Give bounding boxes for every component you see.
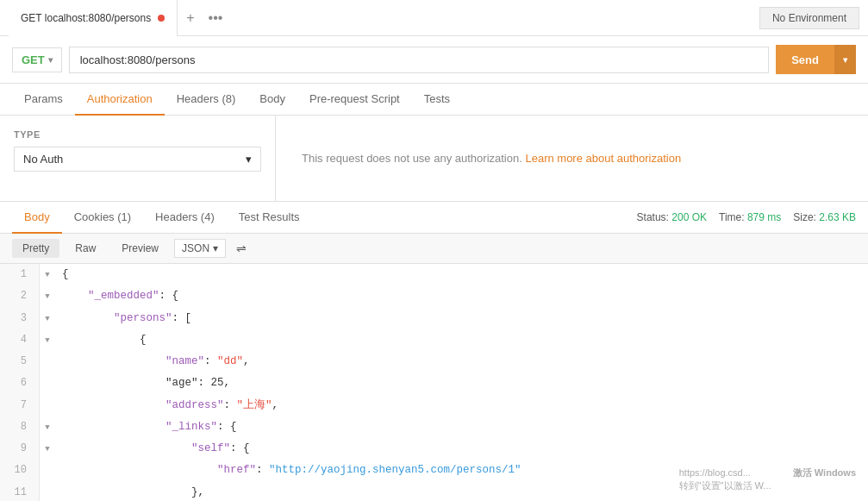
line-content: { <box>55 329 868 351</box>
send-label: Send <box>776 53 834 66</box>
json-line: 6 "age": 25, <box>0 373 868 394</box>
format-select[interactable]: JSON ▾ <box>174 239 226 258</box>
auth-type-value: No Auth <box>23 153 63 166</box>
send-button[interactable]: Send ▾ <box>776 45 856 74</box>
tab-dot <box>158 15 165 22</box>
more-tabs-button[interactable]: ••• <box>203 10 228 26</box>
add-tab-button[interactable]: + <box>178 10 203 26</box>
line-content: "_links": { <box>55 416 868 438</box>
json-line: 1▼{ <box>0 264 868 285</box>
line-toggle[interactable]: ▼ <box>40 264 55 285</box>
auth-right-panel: This request does not use any authorizat… <box>276 116 868 201</box>
line-number: 4 <box>0 329 40 351</box>
tab-tests[interactable]: Tests <box>412 84 462 116</box>
auth-type-arrow-icon: ▾ <box>246 153 252 166</box>
line-content: "name": "dd", <box>55 351 868 373</box>
time-value: 879 ms <box>747 211 781 223</box>
line-toggle <box>40 351 55 373</box>
method-select[interactable]: GET ▾ <box>12 47 62 72</box>
auth-message: This request does not use any authorizat… <box>302 152 522 165</box>
line-number: 5 <box>0 351 40 373</box>
line-toggle <box>40 373 55 394</box>
line-number: 11 <box>0 482 40 502</box>
json-line: 3▼ "persons": [ <box>0 308 868 329</box>
line-number: 6 <box>0 373 40 394</box>
format-arrow-icon: ▾ <box>213 242 218 254</box>
tab-params[interactable]: Params <box>12 84 75 116</box>
resp-tab-test-results[interactable]: Test Results <box>227 202 312 234</box>
type-label: TYPE <box>14 129 261 140</box>
line-number: 7 <box>0 395 40 416</box>
tab-body[interactable]: Body <box>247 84 297 116</box>
url-bar: GET ▾ Send ▾ <box>0 36 868 84</box>
format-value: JSON <box>182 242 209 254</box>
resp-tab-headers[interactable]: Headers (4) <box>143 202 227 234</box>
line-number: 2 <box>0 285 40 307</box>
tab-headers[interactable]: Headers (8) <box>165 84 248 116</box>
json-line: 4▼ { <box>0 329 868 351</box>
url-input[interactable] <box>69 47 769 73</box>
tab-prerequest[interactable]: Pre-request Script <box>297 84 412 116</box>
line-number: 8 <box>0 416 40 438</box>
status-value: 200 OK <box>671 211 707 223</box>
line-content: "self": { <box>55 438 868 460</box>
status-label: Status: 200 OK <box>637 211 707 223</box>
line-toggle[interactable]: ▼ <box>40 416 55 438</box>
environment-selector[interactable]: No Environment <box>759 7 859 29</box>
method-label: GET <box>22 53 45 66</box>
line-number: 1 <box>0 264 40 285</box>
auth-type-select[interactable]: No Auth ▾ <box>14 147 261 172</box>
request-tab[interactable]: GET localhost:8080/persons <box>9 0 178 36</box>
request-tabs: Params Authorization Headers (8) Body Pr… <box>0 84 868 116</box>
size-value: 2.63 KB <box>819 211 856 223</box>
line-content: { <box>55 264 868 285</box>
line-toggle[interactable]: ▼ <box>40 285 55 307</box>
json-line: 8▼ "_links": { <box>0 416 868 438</box>
resp-tab-body[interactable]: Body <box>12 202 62 234</box>
line-toggle <box>40 482 55 502</box>
time-label: Time: 879 ms <box>719 211 781 223</box>
line-content: "address": "上海", <box>55 395 868 416</box>
json-line: 2▼ "_embedded": { <box>0 285 868 307</box>
learn-more-link[interactable]: Learn more about authorization <box>525 152 681 165</box>
tab-authorization[interactable]: Authorization <box>75 84 165 116</box>
line-toggle[interactable]: ▼ <box>40 329 55 351</box>
wrap-button[interactable]: ⇌ <box>236 241 247 255</box>
json-line: 5 "name": "dd", <box>0 351 868 373</box>
size-label: Size: 2.63 KB <box>793 211 856 223</box>
method-arrow-icon: ▾ <box>48 55 53 65</box>
pretty-view-button[interactable]: Pretty <box>12 239 59 258</box>
line-content: "persons": [ <box>55 308 868 329</box>
line-number: 9 <box>0 438 40 460</box>
line-toggle <box>40 460 55 481</box>
line-toggle[interactable]: ▼ <box>40 438 55 460</box>
tab-bar: GET localhost:8080/persons + ••• No Envi… <box>0 0 868 36</box>
json-line: 9▼ "self": { <box>0 438 868 460</box>
line-number: 3 <box>0 308 40 329</box>
raw-view-button[interactable]: Raw <box>65 239 106 258</box>
watermark: https://blog.csd... 激活 Windows 转到"设置"以激活… <box>676 465 859 494</box>
response-tabs: Body Cookies (1) Headers (4) Test Result… <box>0 202 868 234</box>
line-toggle <box>40 395 55 416</box>
resp-tab-cookies[interactable]: Cookies (1) <box>62 202 143 234</box>
auth-left-panel: TYPE No Auth ▾ <box>0 116 276 201</box>
line-content: "age": 25, <box>55 373 868 394</box>
preview-view-button[interactable]: Preview <box>111 239 169 258</box>
auth-section: TYPE No Auth ▾ This request does not use… <box>0 116 868 202</box>
resp-status-bar: Status: 200 OK Time: 879 ms Size: 2.63 K… <box>637 211 856 223</box>
json-line: 7 "address": "上海", <box>0 395 868 416</box>
line-content: "_embedded": { <box>55 285 868 307</box>
resp-toolbar: Pretty Raw Preview JSON ▾ ⇌ <box>0 234 868 264</box>
send-dropdown-arrow[interactable]: ▾ <box>834 45 856 74</box>
tab-label: GET localhost:8080/persons <box>21 12 151 24</box>
line-number: 10 <box>0 460 40 481</box>
line-toggle[interactable]: ▼ <box>40 308 55 329</box>
